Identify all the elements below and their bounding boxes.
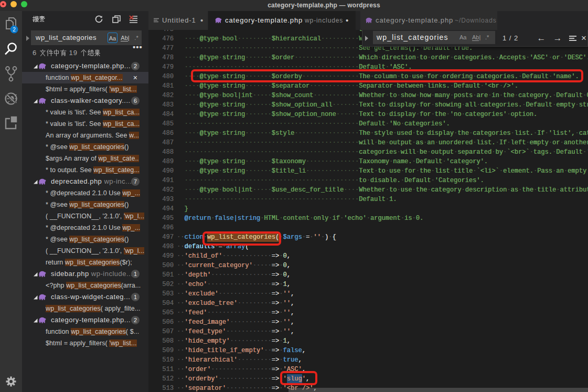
svg-text:2: 2: [13, 27, 16, 33]
